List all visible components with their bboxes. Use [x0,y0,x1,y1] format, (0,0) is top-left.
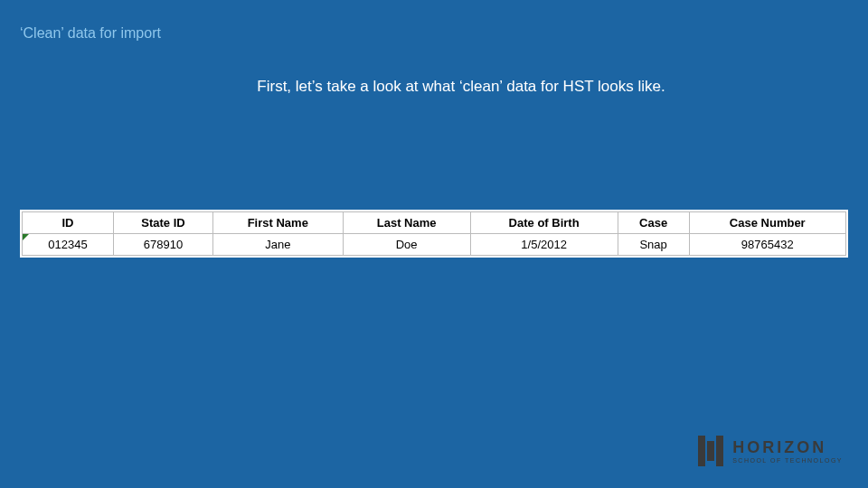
col-header: Case Number [689,212,845,234]
cell-last-name: Doe [343,234,470,256]
brand-logo: HORIZON SCHOOL OF TECHNOLOGY [698,436,843,466]
col-header: Last Name [343,212,470,234]
brand-logo-icon [698,436,723,466]
cell-state-id: 678910 [113,234,212,256]
slide-subtitle: First, let’s take a look at what ‘clean’… [0,78,868,96]
brand-tagline: SCHOOL OF TECHNOLOGY [732,457,843,464]
example-table: ID State ID First Name Last Name Date of… [20,210,848,258]
cell-dob: 1/5/2012 [470,234,618,256]
col-header: ID [23,212,114,234]
col-header: First Name [212,212,343,234]
brand-name: HORIZON [732,439,843,455]
table-row: 012345 678910 Jane Doe 1/5/2012 Snap 987… [23,234,846,256]
slide-title: ‘Clean’ data for import [20,25,161,42]
cell-case: Snap [618,234,689,256]
cell-case-number: 98765432 [689,234,845,256]
col-header: State ID [113,212,212,234]
cell-id: 012345 [23,234,114,256]
table-header-row: ID State ID First Name Last Name Date of… [23,212,846,234]
col-header: Case [618,212,689,234]
col-header: Date of Birth [470,212,618,234]
cell-first-name: Jane [212,234,343,256]
